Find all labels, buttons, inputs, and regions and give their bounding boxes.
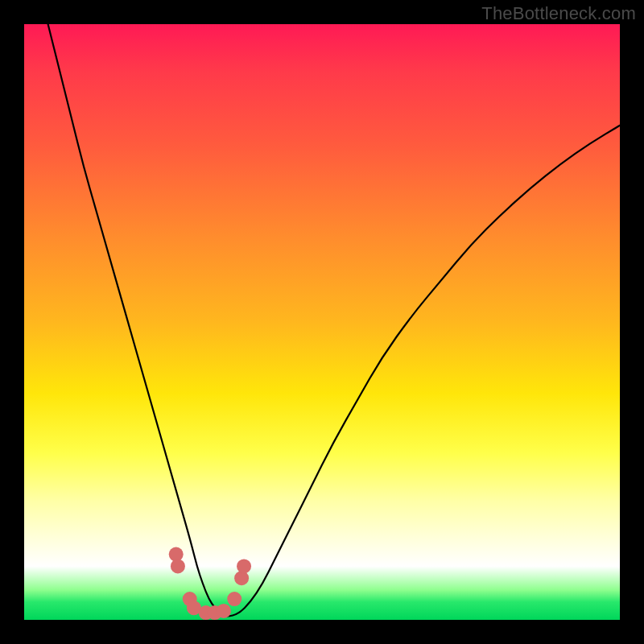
marker-dot bbox=[234, 571, 249, 585]
chart-frame: TheBottleneck.com bbox=[0, 0, 644, 644]
curve-markers bbox=[169, 547, 251, 621]
watermark-text: TheBottleneck.com bbox=[481, 3, 636, 24]
marker-dot bbox=[171, 559, 185, 573]
plot-area bbox=[24, 24, 620, 620]
curve-layer bbox=[24, 24, 620, 620]
marker-dot bbox=[217, 604, 231, 618]
marker-dot bbox=[227, 592, 242, 606]
bottleneck-curve bbox=[48, 24, 620, 616]
marker-dot bbox=[237, 559, 251, 573]
